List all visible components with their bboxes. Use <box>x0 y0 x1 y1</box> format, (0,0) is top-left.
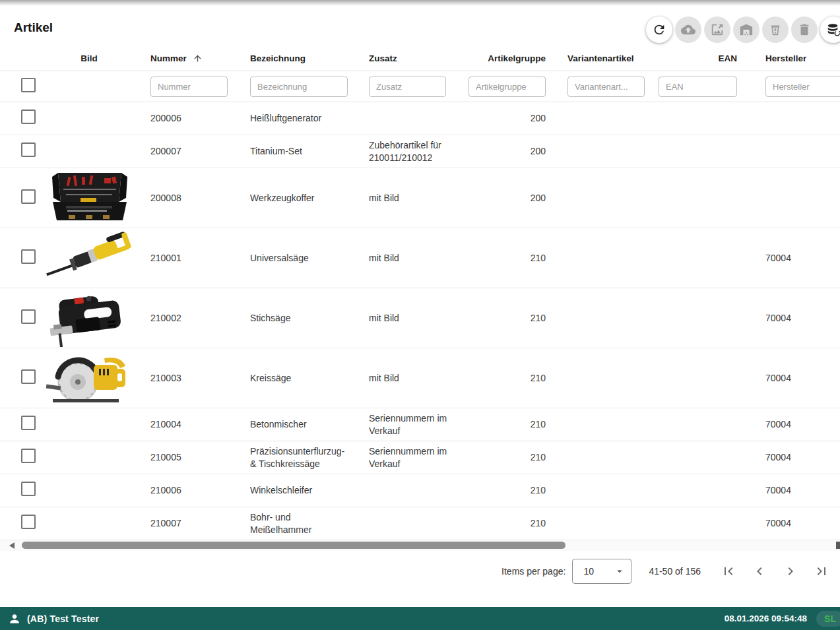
table-row[interactable]: 200008Werkzeugkoffermit Bild200 <box>0 168 840 228</box>
cell-nummer: 210004 <box>139 418 243 431</box>
cell-bild <box>40 289 139 347</box>
person-icon <box>8 612 21 625</box>
table-row[interactable]: 210004BetonmischerSeriennummern im Verka… <box>0 408 840 441</box>
row-checkbox[interactable] <box>21 482 36 496</box>
table-row[interactable]: 210005Präzisionsunterflurzug- & Tischkre… <box>0 441 840 474</box>
row-checkbox[interactable] <box>21 110 36 124</box>
cell-select <box>0 110 40 127</box>
row-checkbox[interactable] <box>21 369 36 384</box>
jigsaw-image <box>44 289 135 347</box>
table-row[interactable]: 210006Winkelschleifer21070004 <box>0 474 840 507</box>
table-body: 200006Heißluftgenerator200200007Titanium… <box>0 102 840 540</box>
cell-artikelgruppe: 200 <box>462 145 546 158</box>
cell-zusatz: Zubehörartikel für 210011/210012 <box>362 139 462 164</box>
cell-bezeichnung: Kreissäge <box>243 372 362 385</box>
filter-cell-nummer <box>139 77 243 97</box>
table-row[interactable]: 200006Heißluftgenerator200 <box>0 102 840 135</box>
table-row[interactable]: 210002Stichsägemit Bild21070004 <box>0 288 840 348</box>
cell-select <box>0 142 40 160</box>
column-label-hersteller: Hersteller <box>765 52 806 65</box>
cell-select <box>0 416 40 433</box>
timestamp: 08.01.2026 09:54:48 <box>725 614 807 623</box>
select-all-checkbox[interactable] <box>21 78 36 92</box>
cell-hersteller: 70004 <box>744 451 840 464</box>
brand-badge: SL <box>816 611 840 627</box>
filter-input-hersteller[interactable] <box>765 77 840 97</box>
filter-cell-variantenartikel <box>546 77 651 97</box>
row-checkbox[interactable] <box>21 142 36 157</box>
discard-item-button <box>762 16 789 43</box>
cell-artikelgruppe: 210 <box>462 484 546 497</box>
cell-zusatz: Seriennummern im Verkauf <box>362 445 462 470</box>
filter-input-variantenartikel[interactable] <box>567 77 645 97</box>
row-checkbox[interactable] <box>21 416 36 430</box>
row-checkbox[interactable] <box>21 189 36 204</box>
artikel-table: BildNummerBezeichnungZusatzArtikelgruppe… <box>0 46 840 592</box>
scrollbar-thumb[interactable] <box>22 542 565 549</box>
filter-input-bezeichnung[interactable] <box>250 77 348 97</box>
cell-bild <box>40 169 139 227</box>
filter-input-artikelgruppe[interactable] <box>468 77 546 97</box>
filter-cell-ean <box>651 77 744 97</box>
column-header-ean[interactable]: EAN <box>651 52 744 65</box>
table-row[interactable]: 200007Titanium-SetZubehörartikel für 210… <box>0 135 840 168</box>
prev-page-button[interactable] <box>746 558 773 584</box>
filter-input-ean[interactable] <box>659 77 737 97</box>
chevron-left-icon <box>752 563 767 579</box>
database-sync-icon <box>826 22 840 37</box>
refresh-button[interactable] <box>646 16 672 43</box>
cell-select <box>0 449 40 466</box>
circular-saw-image <box>44 349 135 407</box>
row-checkbox[interactable] <box>21 249 36 264</box>
filter-input-zusatz[interactable] <box>369 77 446 97</box>
sync-database-button[interactable] <box>820 16 840 43</box>
filter-cell-artikelgruppe <box>462 77 546 97</box>
cell-zusatz: mit Bild <box>362 372 462 385</box>
filter-cell-zusatz <box>362 77 462 97</box>
page-size-select[interactable]: 10 <box>572 559 631 584</box>
column-header-nummer[interactable]: Nummer <box>139 52 243 65</box>
cell-bild <box>40 229 139 287</box>
cell-bezeichnung: Universalsäge <box>243 252 362 265</box>
cell-artikelgruppe: 210 <box>462 372 546 385</box>
row-checkbox[interactable] <box>21 515 36 529</box>
cell-select <box>0 369 40 387</box>
user-label[interactable]: (AB) Test Tester <box>27 614 99 624</box>
column-label-variantenartikel: Variantenartikel <box>567 52 634 65</box>
table-filter-row <box>0 71 840 102</box>
cell-zusatz: Seriennummern im Verkauf <box>362 412 462 437</box>
table-row[interactable]: 210003Kreissägemit Bild21070004 <box>0 348 840 408</box>
column-label-bild: Bild <box>81 52 98 65</box>
table-row[interactable]: 210007Bohr- und Meißelhammer21070004 <box>0 507 840 540</box>
scroll-left-icon[interactable] <box>9 542 15 549</box>
cell-nummer: 210005 <box>139 451 243 464</box>
horizontal-scrollbar[interactable] <box>0 540 840 551</box>
cell-nummer: 210001 <box>139 252 243 265</box>
last-page-button[interactable] <box>808 558 835 584</box>
page-size-value: 10 <box>573 566 614 577</box>
cell-artikelgruppe: 210 <box>462 418 546 431</box>
cell-zusatz: mit Bild <box>362 312 462 325</box>
top-shadow-strip <box>0 0 840 6</box>
column-header-artikelgruppe[interactable]: Artikelgruppe <box>462 52 546 65</box>
scroll-right-icon[interactable] <box>836 542 840 549</box>
table-row[interactable]: 210001Universalsägemit Bild21070004 <box>0 228 840 288</box>
row-checkbox[interactable] <box>21 449 36 463</box>
column-header-bezeichnung[interactable]: Bezeichnung <box>243 52 362 65</box>
column-label-bezeichnung: Bezeichnung <box>250 52 306 65</box>
filter-input-nummer[interactable] <box>150 77 228 97</box>
column-header-zusatz[interactable]: Zusatz <box>362 52 462 65</box>
first-page-icon <box>721 563 736 579</box>
cell-bild <box>40 349 139 407</box>
column-header-variantenartikel[interactable]: Variantenartikel <box>546 52 651 65</box>
row-checkbox[interactable] <box>21 309 36 324</box>
cell-bezeichnung: Stichsäge <box>243 312 362 325</box>
column-label-ean: EAN <box>718 52 737 65</box>
image-export-icon <box>710 22 725 37</box>
column-header-hersteller[interactable]: Hersteller <box>744 52 840 65</box>
column-header-bild: Bild <box>40 52 139 65</box>
next-page-button[interactable] <box>777 558 804 584</box>
delete-button <box>791 16 818 43</box>
cell-bezeichnung: Betonmischer <box>243 418 362 431</box>
first-page-button[interactable] <box>715 558 742 584</box>
